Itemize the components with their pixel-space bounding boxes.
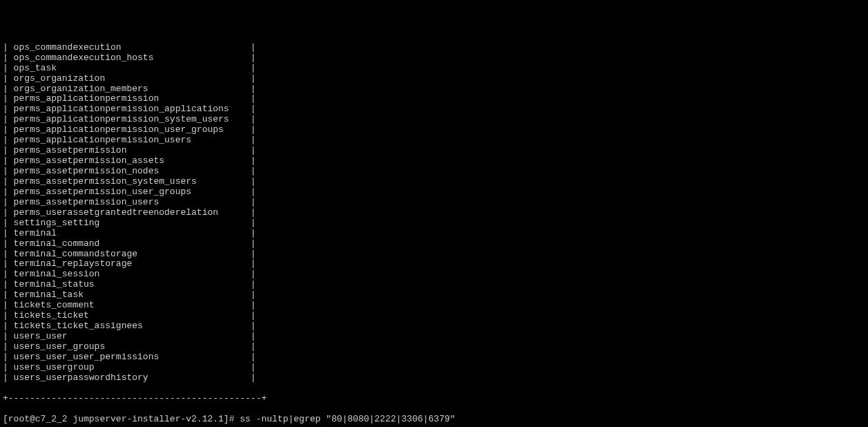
table-row: | perms_assetpermission_users | [3,198,865,208]
db-table-list: | ops_commandexecution || ops_commandexe… [3,43,865,383]
table-row: | perms_applicationpermission_user_group… [3,125,865,135]
table-row: | ops_commandexecution_hosts | [3,53,865,64]
table-row: | perms_applicationpermission_applicatio… [3,104,865,115]
table-row: | perms_applicationpermission_system_use… [3,115,865,125]
table-row: | orgs_organization_members | [3,84,865,95]
table-row: | terminal_session | [3,269,865,280]
table-row: | terminal_command | [3,239,865,249]
table-row: | settings_setting | [3,218,865,229]
table-row: | perms_assetpermission_nodes | [3,167,865,177]
table-row: | terminal_replaystorage | [3,259,865,269]
table-row: | ops_task | [3,64,865,74]
table-row: | tickets_comment | [3,301,865,311]
table-row: | perms_assetpermission | [3,146,865,156]
table-row: | terminal | [3,229,865,239]
command-text: ss -nultp|egrep "80|8080|2222|3306|6379" [240,414,455,424]
table-row: | tickets_ticket_assignees | [3,321,865,332]
table-row: | terminal_task | [3,290,865,301]
table-row: | users_userpasswordhistory | [3,373,865,383]
table-row: | users_usergroup | [3,363,865,373]
table-row: | ops_commandexecution | [3,43,865,53]
table-row: | users_user | [3,332,865,342]
table-row: | users_user_user_permissions | [3,352,865,363]
table-row: | users_user_groups | [3,342,865,352]
table-row: | orgs_organization | [3,74,865,84]
prompt-text: [root@c7_2_2 jumpserver-installer-v2.12.… [3,414,240,424]
table-row: | perms_applicationpermission | [3,94,865,104]
table-row: | perms_assetpermission_assets | [3,156,865,167]
table-row: | perms_assetpermission_system_users | [3,177,865,187]
table-row: | terminal_status | [3,280,865,290]
table-row: | perms_assetpermission_user_groups | [3,187,865,198]
prompt-line-1: [root@c7_2_2 jumpserver-installer-v2.12.… [3,415,865,425]
table-row: | perms_userassetgrantedtreenoderelation… [3,208,865,218]
table-separator: +---------------------------------------… [3,394,865,404]
table-row: | perms_applicationpermission_users | [3,135,865,146]
table-row: | terminal_commandstorage | [3,249,865,260]
table-row: | tickets_ticket | [3,311,865,321]
